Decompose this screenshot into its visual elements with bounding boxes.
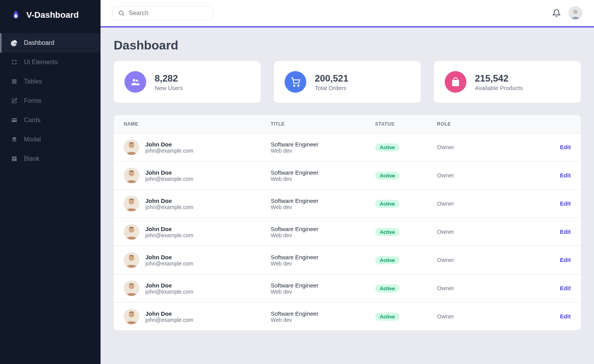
- svg-point-3: [15, 63, 17, 65]
- sidebar-item-label: Dashboard: [24, 39, 54, 46]
- sidebar-item-tables[interactable]: Tables: [0, 72, 101, 91]
- sidebar-item-label: Cards: [24, 117, 41, 124]
- row-avatar: [124, 281, 139, 296]
- table-row: John Doejohn@example.comSoftware Enginee…: [114, 274, 581, 303]
- grid-icon: [11, 59, 18, 66]
- search-input[interactable]: [129, 10, 207, 17]
- row-role: Owner: [437, 257, 454, 263]
- row-avatar: [124, 168, 139, 183]
- table-row: John Doejohn@example.comSoftware Enginee…: [114, 133, 581, 162]
- row-name: John Doe: [145, 254, 193, 260]
- svg-rect-14: [14, 158, 17, 161]
- table-row: John Doejohn@example.comSoftware Enginee…: [114, 162, 581, 190]
- svg-rect-13: [12, 158, 14, 161]
- svg-line-16: [123, 14, 124, 15]
- row-title: Software Engineer: [271, 310, 375, 317]
- svg-point-9: [12, 137, 17, 139]
- search-icon: [118, 10, 125, 17]
- row-subtitle: Web dev: [271, 289, 375, 295]
- svg-rect-5: [12, 81, 17, 82]
- user-avatar[interactable]: [568, 6, 582, 20]
- th-role: ROLE: [437, 121, 548, 127]
- sidebar-nav: DashboardUI ElementsTablesFormsCardsModa…: [0, 33, 101, 168]
- row-avatar: [124, 309, 139, 324]
- edit-link[interactable]: Edit: [560, 257, 571, 263]
- edit-link[interactable]: Edit: [560, 228, 571, 235]
- sidebar-item-label: Modal: [24, 136, 41, 143]
- row-title: Software Engineer: [271, 226, 375, 232]
- table-row: John Doejohn@example.comSoftware Enginee…: [114, 190, 581, 218]
- flame-logo-icon: [10, 9, 22, 21]
- sidebar: V-Dashboard DashboardUI ElementsTablesFo…: [0, 0, 101, 364]
- main-area: Dashboard 8,282New Users200,521Total Ord…: [101, 0, 594, 364]
- content: Dashboard 8,282New Users200,521Total Ord…: [101, 27, 594, 341]
- row-avatar: [124, 224, 139, 240]
- row-title: Software Engineer: [271, 282, 375, 289]
- row-title: Software Engineer: [271, 169, 375, 176]
- stat-card-total-orders[interactable]: 200,521Total Orders: [274, 61, 421, 103]
- row-email: john@example.com: [145, 204, 193, 210]
- stat-card-new-users[interactable]: 8,282New Users: [114, 61, 261, 103]
- status-badge: Active: [375, 143, 399, 151]
- sidebar-item-forms[interactable]: Forms: [0, 91, 101, 111]
- row-title: Software Engineer: [271, 141, 375, 148]
- sidebar-item-dashboard[interactable]: Dashboard: [0, 33, 101, 53]
- row-role: Owner: [437, 144, 454, 150]
- users-icon: [125, 71, 146, 93]
- sidebar-item-label: UI Elements: [24, 59, 58, 66]
- edit-link[interactable]: Edit: [560, 285, 571, 291]
- sidebar-item-label: Tables: [24, 78, 42, 85]
- row-name: John Doe: [145, 310, 193, 317]
- stat-card-available-products[interactable]: 215,542Available Products: [434, 61, 581, 103]
- sidebar-item-cards[interactable]: Cards: [0, 111, 101, 130]
- edit-link[interactable]: Edit: [560, 200, 571, 207]
- svg-rect-12: [12, 156, 17, 158]
- svg-point-21: [294, 85, 295, 86]
- edit-link[interactable]: Edit: [560, 144, 571, 150]
- row-name: John Doe: [145, 226, 193, 232]
- row-role: Owner: [437, 200, 454, 207]
- svg-point-26: [129, 171, 134, 176]
- users-table: NAME TITLE STATUS ROLE John Doejohn@exam…: [114, 115, 581, 330]
- sidebar-item-modal[interactable]: Modal: [0, 130, 101, 149]
- svg-point-0: [12, 60, 14, 61]
- svg-point-15: [119, 11, 123, 15]
- svg-point-11: [12, 140, 17, 142]
- sidebar-item-ui-elements[interactable]: UI Elements: [0, 53, 101, 72]
- svg-rect-8: [12, 119, 17, 120]
- stat-value: 200,521: [315, 73, 348, 84]
- svg-point-18: [574, 10, 578, 14]
- bell-icon[interactable]: [552, 9, 561, 17]
- row-subtitle: Web dev: [271, 176, 375, 182]
- row-subtitle: Web dev: [271, 232, 375, 238]
- row-name: John Doe: [145, 282, 193, 289]
- table-header-row: NAME TITLE STATUS ROLE: [114, 115, 581, 133]
- topbar: [101, 0, 594, 27]
- card-icon: [11, 117, 18, 124]
- edit-link[interactable]: Edit: [560, 313, 571, 320]
- status-badge: Active: [375, 228, 399, 236]
- svg-rect-6: [12, 83, 17, 84]
- search-box[interactable]: [112, 6, 213, 20]
- row-email: john@example.com: [145, 176, 193, 182]
- row-name: John Doe: [145, 141, 193, 148]
- sidebar-item-blank[interactable]: Blank: [0, 149, 101, 168]
- svg-point-1: [15, 60, 17, 61]
- stack-icon: [11, 78, 18, 85]
- svg-point-24: [129, 143, 134, 148]
- table-row: John Doejohn@example.comSoftware Enginee…: [114, 303, 581, 330]
- row-role: Owner: [437, 172, 454, 179]
- th-title: TITLE: [271, 121, 375, 127]
- status-badge: Active: [375, 172, 399, 180]
- stat-cards: 8,282New Users200,521Total Orders215,542…: [114, 61, 581, 103]
- row-email: john@example.com: [145, 317, 193, 323]
- svg-point-36: [129, 312, 134, 317]
- th-name: NAME: [124, 121, 271, 127]
- row-email: john@example.com: [145, 232, 193, 238]
- status-badge: Active: [375, 256, 399, 264]
- table-body: John Doejohn@example.comSoftware Enginee…: [114, 133, 581, 330]
- th-edit: [548, 121, 571, 127]
- brand[interactable]: V-Dashboard: [0, 0, 101, 33]
- edit-link[interactable]: Edit: [560, 172, 571, 179]
- svg-point-2: [12, 63, 14, 65]
